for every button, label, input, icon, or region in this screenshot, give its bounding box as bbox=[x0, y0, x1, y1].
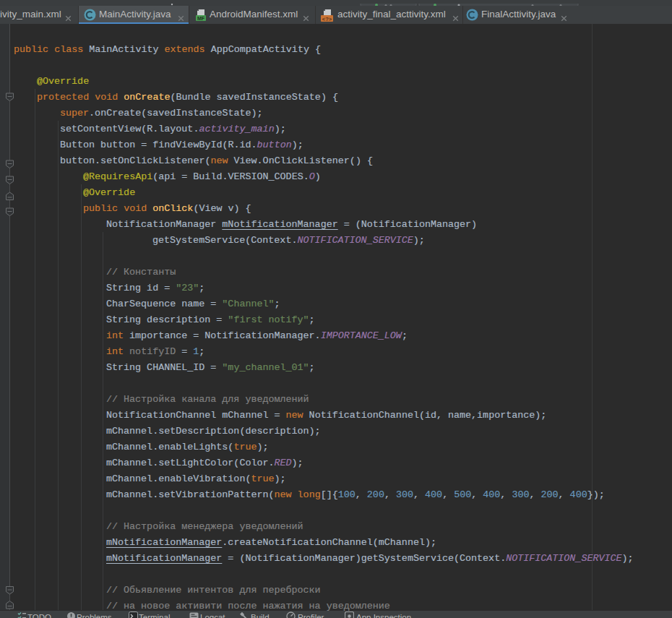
svg-text:MF: MF bbox=[197, 16, 205, 21]
svg-text:<?>: <?> bbox=[322, 16, 332, 22]
